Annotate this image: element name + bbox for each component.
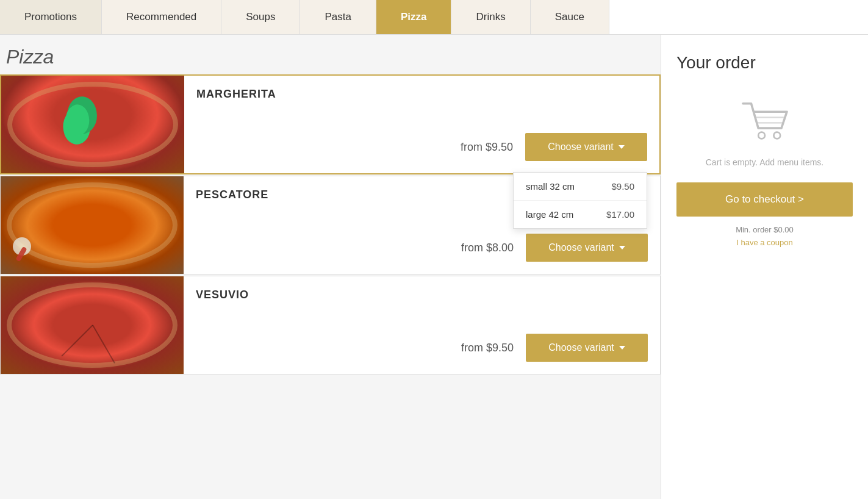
chevron-down-icon [619, 346, 625, 350]
order-title: Your order [676, 53, 756, 73]
vesuvio-footer: from $9.50 Choose variant [196, 334, 648, 362]
vesuvio-btn-label: Choose variant [548, 342, 614, 353]
vesuvio-body: VESUVIO from $9.50 Choose variant [184, 276, 660, 374]
svg-point-3 [758, 132, 765, 139]
variant-large[interactable]: large 42 cm $17.00 [514, 201, 647, 228]
menu-item-margherita: MARGHERITA from $9.50 Choose variant sma… [0, 74, 661, 174]
tab-drinks[interactable]: Drinks [451, 0, 530, 34]
variant-small[interactable]: small 32 cm $9.50 [514, 173, 647, 201]
category-nav: Promotions Recommended Soups Pasta Pizza… [0, 0, 868, 35]
margherita-footer: from $9.50 Choose variant [196, 133, 647, 161]
cart-empty-text: Cart is empty. Add menu items. [706, 157, 823, 167]
vesuvio-choose-btn[interactable]: Choose variant [526, 334, 648, 362]
margherita-price: from $9.50 [461, 141, 513, 154]
coupon-link[interactable]: I have a coupon [736, 238, 793, 247]
pescatore-btn-label: Choose variant [548, 242, 614, 253]
variant-large-label: large 42 cm [526, 209, 573, 220]
pescatore-price: from $8.00 [461, 242, 514, 254]
tab-sauce[interactable]: Sauce [531, 0, 609, 34]
variant-large-price: $17.00 [606, 209, 634, 220]
svg-point-4 [773, 132, 780, 139]
vesuvio-name: VESUVIO [196, 289, 648, 301]
menu-item-vesuvio: VESUVIO from $9.50 Choose variant [0, 276, 661, 375]
pescatore-choose-btn[interactable]: Choose variant [526, 234, 648, 262]
page-title: Pizza [0, 35, 661, 74]
main-layout: Pizza MARGHERITA from $9.50 Choose varia… [0, 35, 868, 499]
pescatore-image [1, 176, 184, 274]
margherita-image [1, 76, 184, 173]
margherita-name: MARGHERITA [196, 88, 647, 101]
chevron-down-icon [619, 246, 625, 250]
cart-icon [737, 97, 792, 148]
margherita-dropdown: small 32 cm $9.50 large 42 cm $17.00 [513, 172, 647, 229]
tab-pasta[interactable]: Pasta [300, 0, 376, 34]
tab-pizza[interactable]: Pizza [376, 0, 452, 34]
pescatore-footer: from $8.00 Choose variant [196, 234, 648, 262]
tab-soups[interactable]: Soups [221, 0, 300, 34]
vesuvio-image [1, 276, 184, 374]
chevron-down-icon [619, 145, 625, 149]
content-area: Pizza MARGHERITA from $9.50 Choose varia… [0, 35, 661, 499]
vesuvio-price: from $9.50 [461, 342, 514, 354]
margherita-btn-label: Choose variant [548, 142, 614, 153]
variant-small-price: $9.50 [611, 181, 634, 192]
margherita-choose-btn[interactable]: Choose variant [525, 133, 647, 161]
margherita-body: MARGHERITA from $9.50 Choose variant [184, 76, 659, 173]
tab-promotions[interactable]: Promotions [0, 0, 102, 34]
tab-recommended[interactable]: Recommended [102, 0, 221, 34]
order-sidebar: Your order Cart is empty. Add menu items… [661, 35, 868, 499]
checkout-button[interactable]: Go to checkout > [676, 182, 853, 217]
variant-small-label: small 32 cm [526, 181, 575, 192]
min-order-text: Min. order $0.00 [736, 225, 794, 234]
